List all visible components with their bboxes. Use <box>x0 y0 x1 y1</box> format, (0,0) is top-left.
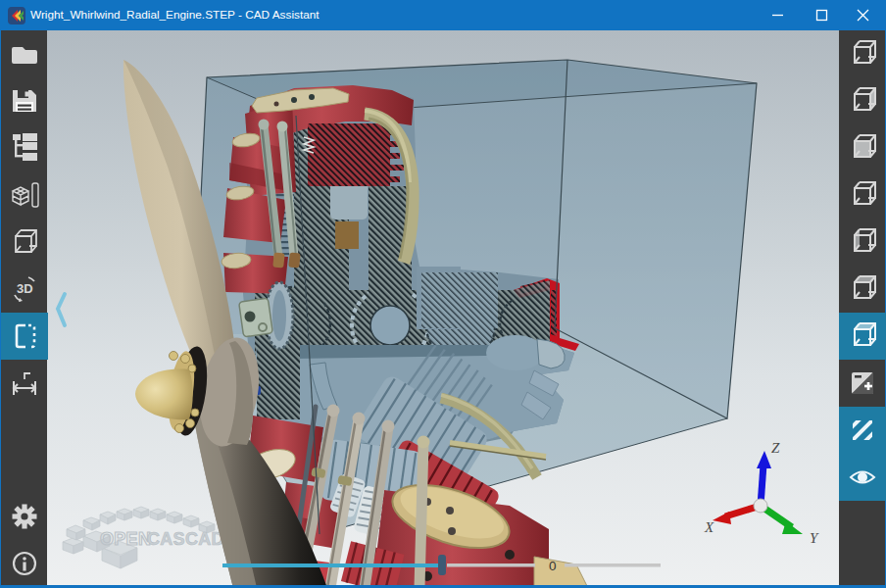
svg-text:Z: Z <box>771 440 780 456</box>
svg-text:3D: 3D <box>17 281 33 296</box>
svg-text:X: X <box>704 519 714 535</box>
svg-text:0: 0 <box>549 559 557 573</box>
svg-text:OPEN: OPEN <box>100 529 151 549</box>
